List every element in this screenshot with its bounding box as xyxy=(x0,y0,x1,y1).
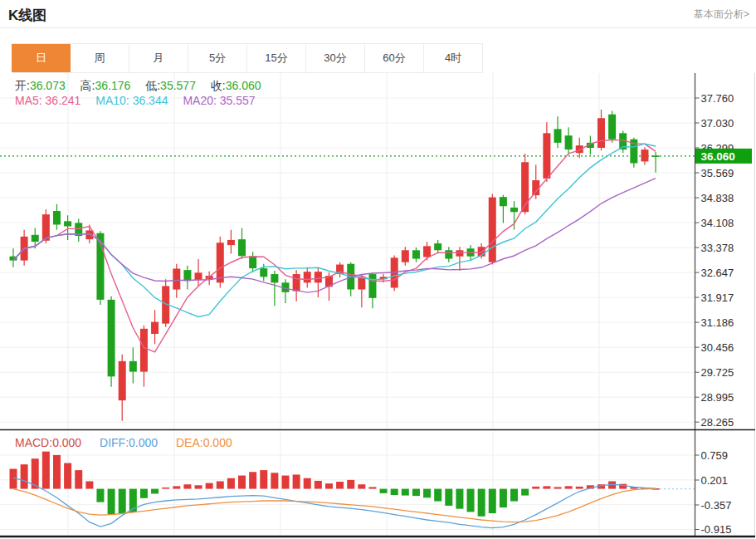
tab-month[interactable]: 月 xyxy=(129,44,188,72)
period-tab-bar: 日 周 月 5分 15分 30分 60分 4时 xyxy=(12,43,483,73)
svg-text:31.917: 31.917 xyxy=(701,292,734,304)
ma10-value: MA10: 36.344 xyxy=(95,94,168,107)
ohlc-readout: 开:36.073 高:36.176 低:35.577 收:36.060 xyxy=(15,79,273,94)
high-label: 高: xyxy=(80,79,95,92)
svg-text:32.647: 32.647 xyxy=(701,267,734,279)
svg-text:34.838: 34.838 xyxy=(701,192,734,204)
diff-value: DIFF:0.000 xyxy=(100,436,158,449)
tab-60min[interactable]: 60分 xyxy=(365,44,424,72)
svg-text:0.201: 0.201 xyxy=(701,474,729,487)
svg-text:-0.915: -0.915 xyxy=(701,523,732,536)
close-label: 收: xyxy=(211,79,226,92)
svg-text:-0.357: -0.357 xyxy=(701,499,732,512)
macd-readout: MACD:0.000 DIFF:0.000 DEA:0.000 xyxy=(15,436,247,449)
svg-text:37.760: 37.760 xyxy=(701,92,734,105)
svg-text:31.186: 31.186 xyxy=(701,316,734,329)
svg-text:29.725: 29.725 xyxy=(701,366,734,379)
page-title: K线图 xyxy=(8,6,46,25)
svg-text:35.569: 35.569 xyxy=(701,167,734,179)
fundamental-analysis-link[interactable]: 基本面分析> xyxy=(694,7,749,22)
ma10-line xyxy=(13,144,656,316)
svg-text:30.456: 30.456 xyxy=(701,341,734,354)
svg-text:36.060: 36.060 xyxy=(701,150,735,163)
svg-text:34.108: 34.108 xyxy=(701,217,734,229)
tab-5min[interactable]: 5分 xyxy=(188,44,247,72)
tab-week[interactable]: 周 xyxy=(71,44,129,72)
tab-30min[interactable]: 30分 xyxy=(306,44,365,72)
ma5-value: MA5: 36.241 xyxy=(15,94,80,107)
high-value: 36.176 xyxy=(95,79,131,92)
open-value: 36.073 xyxy=(30,79,66,92)
open-label: 开: xyxy=(15,79,30,92)
close-value: 36.060 xyxy=(226,79,261,92)
dea-value: DEA:0.000 xyxy=(176,436,232,449)
page-header: K线图 基本面分析> xyxy=(0,0,756,27)
ma-readout: MA5: 36.241 MA10: 36.344 MA20: 35.557 xyxy=(15,94,267,107)
tab-15min[interactable]: 15分 xyxy=(247,44,306,72)
ma20-value: MA20: 35.557 xyxy=(183,94,255,107)
tab-4hour[interactable]: 4时 xyxy=(424,44,483,72)
svg-text:28.995: 28.995 xyxy=(701,391,734,404)
svg-text:0.759: 0.759 xyxy=(701,449,729,462)
tab-day[interactable]: 日 xyxy=(12,44,71,72)
low-label: 低: xyxy=(145,79,160,92)
macd-value: MACD:0.000 xyxy=(15,436,81,449)
low-value: 35.577 xyxy=(160,79,196,92)
header-divider xyxy=(0,27,756,28)
svg-text:33.378: 33.378 xyxy=(701,242,734,254)
svg-text:28.265: 28.265 xyxy=(701,416,734,429)
ma20-line xyxy=(13,179,656,293)
svg-text:37.030: 37.030 xyxy=(701,117,734,130)
kline-page: K线图 基本面分析> 日 周 月 5分 15分 30分 60分 4时 开:36.… xyxy=(0,0,756,539)
